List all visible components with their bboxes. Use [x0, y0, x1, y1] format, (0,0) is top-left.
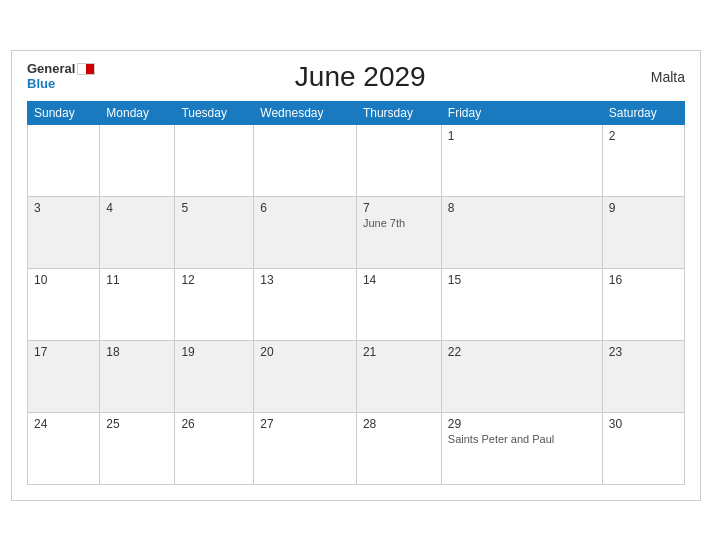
calendar-cell: 26	[175, 412, 254, 484]
calendar-header: General Blue June 2029 Malta	[27, 61, 685, 93]
calendar-cell	[100, 124, 175, 196]
day-number: 5	[181, 201, 247, 215]
day-number: 17	[34, 345, 93, 359]
calendar-cell: 23	[602, 340, 684, 412]
calendar-cell: 13	[254, 268, 357, 340]
day-number: 19	[181, 345, 247, 359]
day-number: 22	[448, 345, 596, 359]
day-number: 29	[448, 417, 596, 431]
weekday-header-row: SundayMondayTuesdayWednesdayThursdayFrid…	[28, 101, 685, 124]
day-number: 16	[609, 273, 678, 287]
day-number: 9	[609, 201, 678, 215]
event-text: Saints Peter and Paul	[448, 433, 596, 445]
day-number: 20	[260, 345, 350, 359]
calendar-cell: 14	[356, 268, 441, 340]
calendar-cell: 2	[602, 124, 684, 196]
calendar-cell: 18	[100, 340, 175, 412]
day-number: 8	[448, 201, 596, 215]
calendar-cell: 4	[100, 196, 175, 268]
day-number: 10	[34, 273, 93, 287]
calendar-cell: 8	[441, 196, 602, 268]
calendar-cell: 1	[441, 124, 602, 196]
day-number: 30	[609, 417, 678, 431]
weekday-header-thursday: Thursday	[356, 101, 441, 124]
logo-general-text: General	[27, 62, 75, 76]
calendar-cell: 17	[28, 340, 100, 412]
logo-flag-icon	[77, 63, 95, 75]
day-number: 4	[106, 201, 168, 215]
weekday-header-friday: Friday	[441, 101, 602, 124]
calendar-cell: 25	[100, 412, 175, 484]
day-number: 7	[363, 201, 435, 215]
day-number: 24	[34, 417, 93, 431]
week-row-3: 10111213141516	[28, 268, 685, 340]
calendar-cell: 20	[254, 340, 357, 412]
calendar-cell: 6	[254, 196, 357, 268]
day-number: 25	[106, 417, 168, 431]
calendar-cell: 7June 7th	[356, 196, 441, 268]
calendar-cell: 27	[254, 412, 357, 484]
calendar-grid: SundayMondayTuesdayWednesdayThursdayFrid…	[27, 101, 685, 485]
day-number: 2	[609, 129, 678, 143]
day-number: 26	[181, 417, 247, 431]
day-number: 12	[181, 273, 247, 287]
day-number: 13	[260, 273, 350, 287]
calendar-cell: 19	[175, 340, 254, 412]
calendar-cell: 10	[28, 268, 100, 340]
calendar-cell: 12	[175, 268, 254, 340]
calendar-cell	[28, 124, 100, 196]
day-number: 15	[448, 273, 596, 287]
day-number: 28	[363, 417, 435, 431]
day-number: 11	[106, 273, 168, 287]
calendar-cell: 21	[356, 340, 441, 412]
calendar-cell: 5	[175, 196, 254, 268]
weekday-header-saturday: Saturday	[602, 101, 684, 124]
calendar-cell: 16	[602, 268, 684, 340]
week-row-1: 12	[28, 124, 685, 196]
calendar-cell	[254, 124, 357, 196]
weekday-header-wednesday: Wednesday	[254, 101, 357, 124]
calendar-container: General Blue June 2029 Malta SundayMonda…	[11, 50, 701, 501]
week-row-5: 242526272829Saints Peter and Paul30	[28, 412, 685, 484]
calendar-cell: 28	[356, 412, 441, 484]
weekday-header-monday: Monday	[100, 101, 175, 124]
day-number: 6	[260, 201, 350, 215]
calendar-cell	[175, 124, 254, 196]
calendar-cell: 11	[100, 268, 175, 340]
calendar-cell	[356, 124, 441, 196]
calendar-title: June 2029	[95, 61, 625, 93]
week-row-2: 34567June 7th89	[28, 196, 685, 268]
calendar-cell: 3	[28, 196, 100, 268]
day-number: 1	[448, 129, 596, 143]
country-label: Malta	[625, 69, 685, 85]
week-row-4: 17181920212223	[28, 340, 685, 412]
weekday-header-sunday: Sunday	[28, 101, 100, 124]
calendar-cell: 9	[602, 196, 684, 268]
day-number: 23	[609, 345, 678, 359]
logo-blue-text: Blue	[27, 77, 95, 91]
logo: General Blue	[27, 62, 95, 91]
day-number: 14	[363, 273, 435, 287]
calendar-cell: 24	[28, 412, 100, 484]
day-number: 21	[363, 345, 435, 359]
weekday-header-tuesday: Tuesday	[175, 101, 254, 124]
calendar-cell: 29Saints Peter and Paul	[441, 412, 602, 484]
calendar-cell: 15	[441, 268, 602, 340]
calendar-cell: 22	[441, 340, 602, 412]
day-number: 18	[106, 345, 168, 359]
day-number: 27	[260, 417, 350, 431]
calendar-cell: 30	[602, 412, 684, 484]
day-number: 3	[34, 201, 93, 215]
event-text: June 7th	[363, 217, 435, 229]
